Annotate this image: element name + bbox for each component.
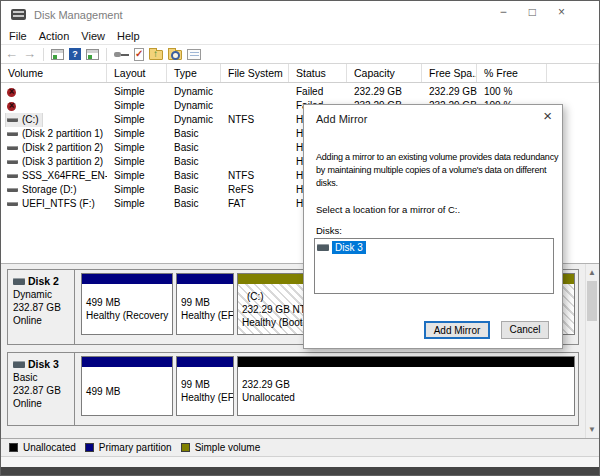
- unallocated-swatch: [9, 443, 18, 452]
- partition-status: Unallocated: [242, 391, 571, 404]
- minimize-button[interactable]: −: [500, 5, 507, 19]
- disk-kind: Dynamic: [13, 288, 74, 301]
- volume-name-cell: (Disk 3 partition 2): [1, 155, 107, 169]
- volume-name-cell: [1, 99, 107, 113]
- legend-item-simple-volume: Simple volume: [181, 442, 261, 453]
- legend-label: Primary partition: [99, 442, 172, 453]
- disk-3-info[interactable]: Disk 3 Basic 232.87 GB Online: [8, 353, 75, 425]
- disks-listbox[interactable]: Disk 3: [314, 238, 554, 294]
- layout-cell: Simple: [107, 155, 167, 169]
- partition-recovery[interactable]: 499 MB Healthy (Recovery: [81, 273, 173, 335]
- scroll-up-icon[interactable]: ▲: [586, 266, 598, 279]
- column-header-volume[interactable]: Volume: [1, 64, 107, 82]
- disk-2-info[interactable]: Disk 2 Dynamic 232.87 GB Online: [8, 270, 75, 344]
- folder-up-icon[interactable]: [149, 50, 163, 60]
- toolbar-separator: [43, 48, 44, 61]
- disk-item-label: Disk 3: [332, 241, 366, 254]
- console-tree-icon[interactable]: [51, 49, 64, 60]
- column-header-file-system[interactable]: File System: [221, 64, 289, 82]
- dialog-body-text: Adding a mirror to an existing volume pr…: [316, 151, 558, 190]
- tool-icon[interactable]: [114, 51, 129, 58]
- type-cell: Basic: [167, 197, 221, 211]
- menu-item-view[interactable]: View: [75, 30, 111, 42]
- simple-volume-swatch: [181, 443, 190, 452]
- volume-name: (C:): [22, 113, 39, 127]
- partition-efi[interactable]: 99 MB Healthy (EFI S: [176, 356, 234, 416]
- column-header-pct-free[interactable]: % Free: [477, 64, 547, 82]
- disk-status: Online: [13, 314, 74, 327]
- action-pane-icon[interactable]: [86, 49, 99, 60]
- scrollbar-thumb[interactable]: [587, 281, 597, 321]
- type-cell: Basic: [167, 155, 221, 169]
- volume-name-cell: (Disk 2 partition 1): [1, 127, 107, 141]
- column-header-capacity[interactable]: Capacity: [347, 64, 422, 82]
- type-cell: Dynamic: [167, 113, 221, 127]
- type-cell: Basic: [167, 169, 221, 183]
- window-close-button[interactable]: ×: [558, 5, 565, 19]
- disk-icon: [317, 244, 329, 251]
- layout-cell: Simple: [107, 169, 167, 183]
- failed-volume-icon: [7, 88, 16, 97]
- column-header-layout[interactable]: Layout: [107, 64, 167, 82]
- dialog-close-icon[interactable]: ×: [543, 108, 552, 124]
- volume-row[interactable]: Simple Dynamic Failed 232.29 GB 232.29 G…: [1, 85, 599, 99]
- help-icon[interactable]: ?: [69, 48, 81, 60]
- disk-size: 232.87 GB: [13, 301, 74, 314]
- partition-unallocated[interactable]: 232.29 GB Unallocated: [237, 356, 575, 416]
- back-icon[interactable]: ←: [5, 47, 18, 61]
- partition-status: Healthy (EFI S: [181, 391, 230, 404]
- partition-color-strip: [177, 357, 233, 367]
- column-header-free-space[interactable]: Free Spa...: [422, 64, 477, 82]
- disk-size: 232.87 GB: [13, 384, 74, 397]
- menu-item-file[interactable]: File: [3, 30, 33, 42]
- column-header-status[interactable]: Status: [289, 64, 347, 82]
- volume-icon: [7, 174, 18, 178]
- dialog-prompt: Select a location for a mirror of C:.: [316, 204, 460, 215]
- menu-bar: File Action View Help: [1, 28, 599, 45]
- volume-icon: [7, 146, 18, 150]
- app-icon: [11, 9, 26, 20]
- disk-list-item[interactable]: Disk 3: [317, 241, 551, 254]
- volume-table-header: Volume Layout Type File System Status Ca…: [1, 64, 599, 83]
- title-bar: Disk Management − □ ×: [1, 1, 599, 28]
- layout-cell: Simple: [107, 99, 167, 113]
- dialog-body-line: disks.: [316, 177, 558, 190]
- capacity-cell: 232.29 GB: [347, 85, 422, 99]
- disk-name: Disk 2: [28, 275, 59, 288]
- partition-size: 99 MB: [181, 296, 230, 309]
- maximize-button[interactable]: □: [529, 5, 536, 19]
- disk-management-window: Disk Management − □ × File Action View H…: [0, 0, 600, 476]
- column-header-type[interactable]: Type: [167, 64, 221, 82]
- folder-search-icon[interactable]: [168, 50, 182, 60]
- layout-cell: Simple: [107, 183, 167, 197]
- disk-icon: [13, 278, 25, 285]
- add-mirror-button[interactable]: Add Mirror: [424, 321, 490, 339]
- scroll-down-icon[interactable]: ▼: [586, 423, 598, 436]
- primary-partition-swatch: [85, 443, 94, 452]
- forward-icon[interactable]: →: [23, 47, 36, 61]
- disk-name: Disk 3: [28, 358, 59, 371]
- type-cell: Dynamic: [167, 99, 221, 113]
- volume-name-cell: SSS_X64FRE_EN-U...: [1, 169, 107, 183]
- menu-item-help[interactable]: Help: [111, 30, 146, 42]
- vertical-scrollbar[interactable]: ▲ ▼: [585, 264, 598, 438]
- disk-kind: Basic: [13, 371, 74, 384]
- check-document-icon[interactable]: [134, 48, 144, 61]
- volume-name: (Disk 3 partition 2): [22, 155, 103, 169]
- menu-item-action[interactable]: Action: [33, 30, 76, 42]
- toolbar-separator: [106, 48, 107, 61]
- status-cell: Failed: [289, 85, 347, 99]
- partition-recovery[interactable]: 499 MB: [81, 356, 173, 416]
- volume-name: SSS_X64FRE_EN-U...: [22, 169, 107, 183]
- file-system-cell: [221, 85, 289, 99]
- free-space-cell: 232.29 GB: [422, 85, 477, 99]
- volume-name-cell: [1, 85, 107, 99]
- properties-icon[interactable]: [187, 49, 201, 60]
- disk-status: Online: [13, 397, 74, 410]
- dialog-body-line: Adding a mirror to an existing volume pr…: [316, 151, 558, 164]
- partition-efi[interactable]: 99 MB Healthy (EFI S: [176, 273, 234, 335]
- layout-cell: Simple: [107, 85, 167, 99]
- type-cell: Basic: [167, 141, 221, 155]
- cancel-button[interactable]: Cancel: [501, 321, 549, 339]
- disks-label: Disks:: [316, 225, 342, 236]
